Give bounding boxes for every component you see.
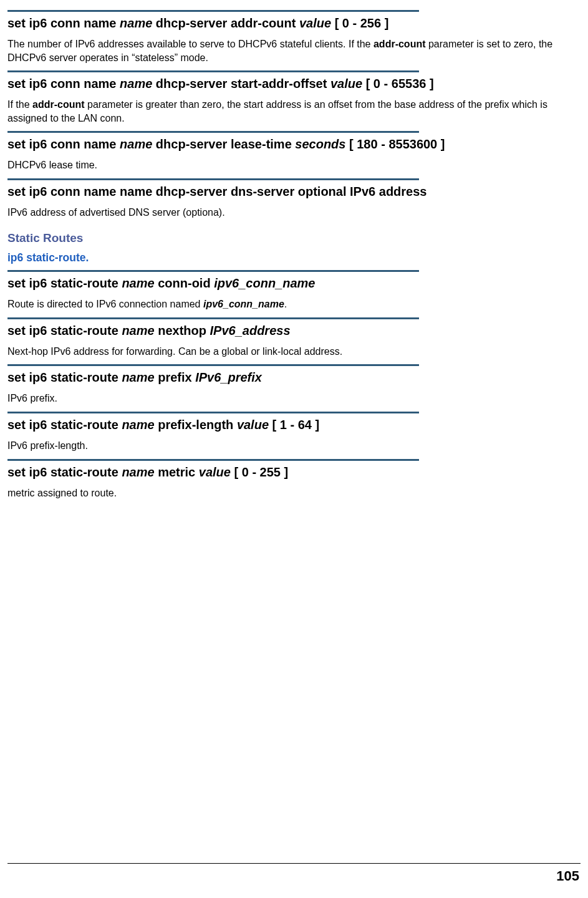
separator <box>7 459 419 461</box>
cmd-text: prefix-length <box>155 418 237 432</box>
cmd-text: [ 0 - 256 ] <box>331 16 388 30</box>
desc-bold: addr-count <box>32 99 85 110</box>
desc-text: IPv6 prefix-length. <box>7 440 88 451</box>
command-description: The number of IPv6 addresses available t… <box>7 37 580 64</box>
command-title: set ip6 conn name name dhcp-server addr-… <box>7 16 581 31</box>
separator <box>7 270 419 272</box>
cmd-text: dhcp-server start-addr-offset <box>152 77 330 90</box>
cmd-text: set ip6 conn name <box>7 16 120 30</box>
cmd-italic: value <box>299 16 331 30</box>
cmd-text: set ip6 conn name <box>7 77 120 90</box>
command-description: If the addr-count parameter is greater t… <box>7 98 580 125</box>
separator <box>7 364 419 366</box>
separator <box>7 412 419 413</box>
command-description: Route is directed to IPv6 connection nam… <box>7 297 580 311</box>
cmd-text: set ip6 conn name name dhcp-server dns-s… <box>7 185 427 198</box>
desc-text: metric assigned to route. <box>7 488 117 498</box>
cmd-italic: value <box>237 418 269 432</box>
section-subtitle: ip6 static-route. <box>7 251 581 265</box>
cmd-italic: name <box>122 276 154 290</box>
command-title: set ip6 conn name name dhcp-server dns-s… <box>7 184 581 200</box>
cmd-text: set ip6 static-route <box>7 465 122 479</box>
cmd-text: dhcp-server addr-count <box>152 16 299 30</box>
cmd-italic: ipv6_conn_name <box>214 276 315 290</box>
desc-text: Route is directed to IPv6 connection nam… <box>7 299 203 309</box>
cmd-italic: name <box>120 137 152 151</box>
separator <box>7 317 419 319</box>
cmd-text: metric <box>155 465 199 479</box>
cmd-italic: name <box>120 16 152 30</box>
command-description: Next-hop IPv6 address for forwarding. Ca… <box>7 345 580 359</box>
cmd-text: set ip6 static-route <box>7 276 122 290</box>
command-title: set ip6 static-route name prefix-length … <box>7 417 581 433</box>
cmd-italic: name <box>122 465 154 479</box>
command-title: set ip6 static-route name prefix IPv6_pr… <box>7 370 581 385</box>
desc-bold: addr-count <box>374 39 426 49</box>
cmd-text: prefix <box>155 370 196 384</box>
desc-text: Next-hop IPv6 address for forwarding. Ca… <box>7 346 342 357</box>
command-title: set ip6 static-route name nexthop IPv6_a… <box>7 323 581 339</box>
cmd-text: set ip6 conn name <box>7 137 120 151</box>
command-title: set ip6 static-route name metric value [… <box>7 465 581 480</box>
cmd-text: [ 180 - 8553600 ] <box>345 137 445 151</box>
cmd-text: [ 1 - 64 ] <box>269 418 319 432</box>
command-description: metric assigned to route. <box>7 486 580 500</box>
cmd-text: set ip6 static-route <box>7 370 122 384</box>
cmd-text: set ip6 static-route <box>7 324 122 337</box>
command-description: IPv6 prefix. <box>7 392 580 405</box>
page-number: 105 <box>556 867 579 885</box>
cmd-italic: name <box>122 324 154 337</box>
cmd-italic: IPv6_address <box>210 324 291 337</box>
desc-text: IPv6 prefix. <box>7 393 57 403</box>
command-description: IPv6 prefix-length. <box>7 439 580 453</box>
cmd-italic: IPv6_prefix <box>195 370 262 384</box>
desc-text: The number of IPv6 addresses available t… <box>7 39 374 49</box>
cmd-text: nexthop <box>155 324 210 337</box>
cmd-italic: value <box>199 465 231 479</box>
command-title: set ip6 conn name name dhcp-server lease… <box>7 137 581 152</box>
desc-bold-italic: ipv6_conn_name <box>203 299 284 309</box>
cmd-text: set ip6 static-route <box>7 418 122 432</box>
cmd-italic: seconds <box>295 137 345 151</box>
section-title: Static Routes <box>7 231 581 246</box>
cmd-text: conn-oid <box>155 276 214 290</box>
command-title: set ip6 conn name name dhcp-server start… <box>7 76 581 92</box>
separator <box>7 178 419 180</box>
desc-text: parameter is greater than zero, the star… <box>7 99 547 123</box>
desc-text: . <box>284 299 287 309</box>
cmd-italic: name <box>120 77 152 90</box>
cmd-italic: name <box>122 418 154 432</box>
desc-text: If the <box>7 99 32 110</box>
command-title: set ip6 static-route name conn-oid ipv6_… <box>7 276 581 291</box>
cmd-italic: name <box>122 370 154 384</box>
cmd-italic: value <box>330 77 362 90</box>
desc-text: DHCPv6 lease time. <box>7 160 97 170</box>
separator <box>7 70 419 72</box>
cmd-text: [ 0 - 65536 ] <box>362 77 434 90</box>
footer-rule <box>7 863 581 864</box>
cmd-text: dhcp-server lease-time <box>152 137 295 151</box>
separator <box>7 10 419 12</box>
cmd-text: [ 0 - 255 ] <box>231 465 288 479</box>
command-description: DHCPv6 lease time. <box>7 158 580 172</box>
desc-text: IPv6 address of advertised DNS server (o… <box>7 207 225 218</box>
command-description: IPv6 address of advertised DNS server (o… <box>7 206 580 220</box>
page: set ip6 conn name name dhcp-server addr-… <box>0 0 588 898</box>
separator <box>7 131 419 133</box>
